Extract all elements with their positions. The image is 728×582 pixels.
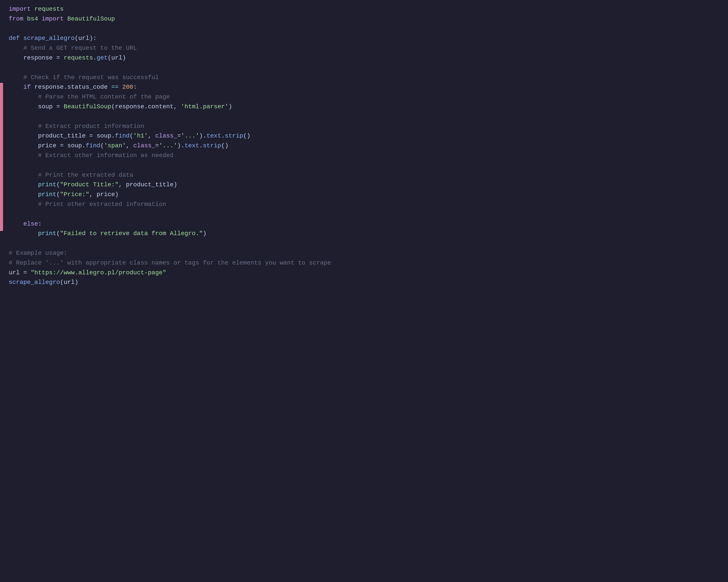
code-editor: import requests from bs4 import Beautifu…	[0, 0, 728, 582]
code-line-14: product_title = soup.find('h1', class_='…	[6, 131, 722, 141]
code-line-29: scrape_allegro(url)	[6, 277, 722, 287]
code-line-28: url = "https://www.allegro.pl/product-pa…	[6, 268, 722, 278]
selection-indicator	[0, 83, 3, 231]
code-line-17	[6, 161, 722, 170]
code-line-27: # Replace '...' with appropriate class n…	[6, 258, 722, 268]
code-line-11: soup = BeautifulSoup(response.content, '…	[6, 102, 722, 112]
code-line-6: response = requests.get(url)	[6, 53, 722, 63]
code-line-12	[6, 112, 722, 122]
code-line-8: # Check if the request was successful	[6, 73, 722, 83]
code-line-20: print("Price:", price)	[6, 190, 722, 200]
code-line-19: print("Product Title:", product_title)	[6, 180, 722, 190]
code-line-13: # Extract product information	[6, 122, 722, 131]
code-line-3	[6, 24, 722, 34]
code-line-1: import requests	[6, 4, 722, 14]
code-line-26: # Example usage:	[6, 248, 722, 258]
code-line-16: # Extract other information as needed	[6, 151, 722, 161]
code-line-10: # Parse the HTML content of the page	[6, 92, 722, 102]
code-line-18: # Print the extracted data	[6, 170, 722, 180]
code-line-24: print("Failed to retrieve data from Alle…	[6, 229, 722, 239]
code-line-21: # Print other extracted information	[6, 200, 722, 209]
code-line-7	[6, 63, 722, 73]
code-line-4: def scrape_allegro(url):	[6, 33, 722, 43]
code-line-22	[6, 209, 722, 219]
code-line-9: if response.status_code == 200:	[6, 82, 722, 92]
code-line-2: from bs4 import BeautifulSoup	[6, 14, 722, 24]
code-line-25	[6, 239, 722, 248]
code-line-15: price = soup.find('span', class_='...').…	[6, 141, 722, 151]
code-line-23: else:	[6, 219, 722, 229]
code-line-5: # Send a GET request to the URL	[6, 43, 722, 53]
